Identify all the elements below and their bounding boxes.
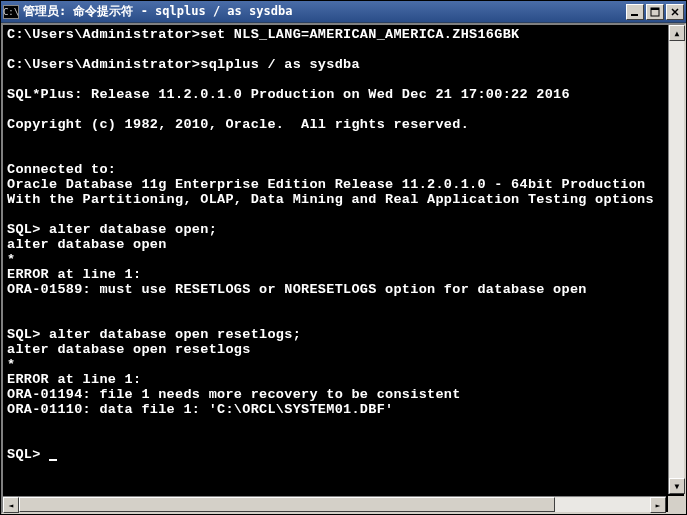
terminal-output[interactable]: C:\Users\Administrator>set NLS_LANG=AMER… bbox=[3, 25, 666, 494]
svg-rect-0 bbox=[631, 14, 638, 16]
cmd-icon: C:\ bbox=[3, 5, 19, 19]
scroll-down-button[interactable]: ▼ bbox=[669, 478, 685, 494]
horizontal-scrollbar[interactable]: ◄ ► bbox=[3, 496, 666, 512]
scroll-track-vertical[interactable] bbox=[669, 41, 684, 478]
scroll-right-button[interactable]: ► bbox=[650, 497, 666, 513]
terminal-container: C:\Users\Administrator>set NLS_LANG=AMER… bbox=[1, 23, 686, 514]
window-title: 管理员: 命令提示符 - sqlplus / as sysdba bbox=[23, 3, 626, 20]
vertical-scrollbar[interactable]: ▲ ▼ bbox=[668, 25, 684, 494]
svg-rect-2 bbox=[651, 8, 659, 10]
close-button[interactable] bbox=[666, 4, 684, 20]
scroll-thumb-horizontal[interactable] bbox=[19, 497, 555, 512]
scroll-corner bbox=[668, 496, 684, 512]
window-controls bbox=[626, 4, 684, 20]
scroll-up-button[interactable]: ▲ bbox=[669, 25, 685, 41]
window-titlebar: C:\ 管理员: 命令提示符 - sqlplus / as sysdba bbox=[1, 1, 686, 23]
scroll-left-button[interactable]: ◄ bbox=[3, 497, 19, 513]
minimize-button[interactable] bbox=[626, 4, 644, 20]
scroll-track-horizontal[interactable] bbox=[19, 497, 650, 512]
maximize-button[interactable] bbox=[646, 4, 664, 20]
